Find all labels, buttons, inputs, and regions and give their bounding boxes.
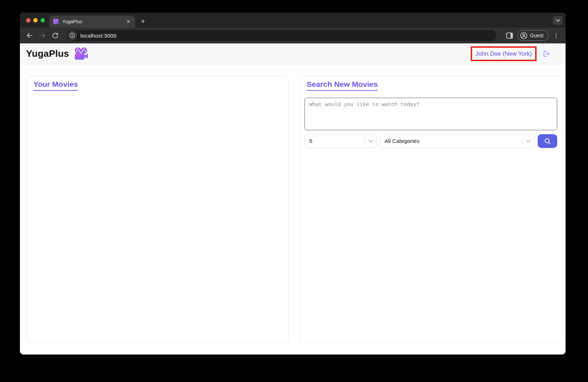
- reload-icon: [52, 32, 59, 39]
- logout-icon: [542, 50, 550, 58]
- new-tab-button[interactable]: +: [138, 16, 148, 26]
- tab-strip: YugaPlus ✕ +: [20, 13, 566, 27]
- browser-window: YugaPlus ✕ + localhost:3000 Guest: [20, 13, 566, 355]
- chevron-down-icon: [368, 140, 373, 143]
- chevron-down-icon: [556, 19, 560, 22]
- url-text: localhost:3000: [80, 33, 117, 39]
- select-divider: [365, 137, 365, 145]
- main-content: Your Movies Search New Movies 5 All Cate…: [20, 64, 566, 355]
- app-title: YugaPlus: [26, 48, 69, 59]
- search-panel: Search New Movies 5 All Categories: [300, 76, 562, 343]
- reload-button[interactable]: [50, 31, 60, 40]
- browser-toolbar: localhost:3000 Guest: [20, 27, 566, 43]
- forward-arrow-icon: [39, 32, 46, 39]
- search-button[interactable]: [538, 134, 557, 148]
- category-value: All Categories: [385, 138, 520, 144]
- tab-close-icon[interactable]: ✕: [125, 19, 131, 24]
- profile-label: Guest: [530, 33, 543, 38]
- annotation-highlight: John Doe (New York): [471, 46, 537, 61]
- search-controls: 5 All Categories: [304, 134, 557, 148]
- select-divider: [522, 137, 523, 145]
- back-arrow-icon: [26, 32, 33, 39]
- side-panel-icon: [506, 33, 513, 39]
- window-controls: [20, 13, 49, 27]
- chevron-down-icon: [526, 140, 531, 143]
- header-right: John Doe (New York): [471, 46, 550, 61]
- address-bar[interactable]: localhost:3000: [67, 30, 496, 41]
- tab-title: YugaPlus: [62, 19, 125, 24]
- tab-search-chevron-button[interactable]: [553, 16, 563, 25]
- forward-button[interactable]: [38, 31, 47, 40]
- app-header: YugaPlus: [20, 43, 566, 64]
- search-heading: Search New Movies: [307, 80, 378, 91]
- category-select[interactable]: All Categories: [380, 134, 535, 148]
- user-profile-link[interactable]: John Doe (New York): [475, 50, 532, 57]
- your-movies-heading: Your Movies: [33, 80, 78, 91]
- page-body: YugaPlus: [20, 43, 566, 355]
- back-button[interactable]: [25, 31, 34, 40]
- browser-tab[interactable]: YugaPlus ✕: [49, 16, 135, 27]
- search-query-input[interactable]: [304, 98, 557, 130]
- search-icon: [544, 137, 551, 145]
- result-count-value: 5: [309, 138, 362, 144]
- profile-button[interactable]: Guest: [517, 30, 549, 41]
- result-count-select[interactable]: 5: [304, 134, 377, 148]
- side-panel-button[interactable]: [505, 31, 514, 40]
- close-window-button[interactable]: [26, 18, 30, 22]
- kebab-menu-icon: [553, 32, 559, 39]
- yugaplus-favicon: [53, 19, 59, 24]
- brand: YugaPlus: [26, 47, 88, 60]
- site-info-button[interactable]: [68, 31, 77, 40]
- your-movies-panel: Your Movies: [26, 76, 289, 343]
- logout-button[interactable]: [542, 50, 550, 58]
- browser-menu-button[interactable]: [552, 31, 560, 40]
- avatar-icon: [520, 32, 528, 39]
- zoom-window-button[interactable]: [41, 18, 45, 22]
- minimize-window-button[interactable]: [33, 18, 38, 22]
- movie-camera-logo-icon: [74, 47, 88, 60]
- info-icon: [70, 33, 75, 38]
